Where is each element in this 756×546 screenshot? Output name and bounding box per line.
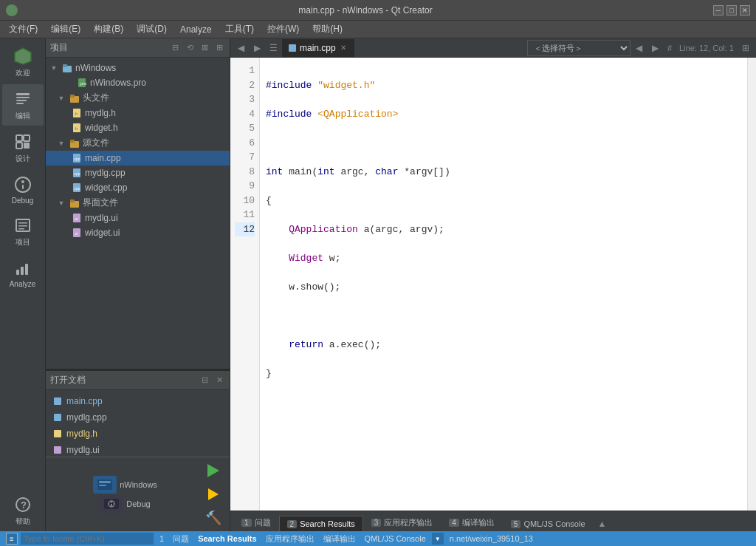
pro-file-icon: .pro xyxy=(76,77,88,89)
openfiles-close-btn[interactable]: ✕ xyxy=(213,375,225,386)
cpp-file-icon xyxy=(52,395,63,407)
bottom-tabs: 1 问题 2 Search Results 3 应用程序输出 4 编译输出 5 … xyxy=(230,511,756,531)
svg-rect-2 xyxy=(16,97,30,98)
bottom-tab-qml[interactable]: 5 QML/JS Console xyxy=(503,516,594,531)
svg-rect-17 xyxy=(21,267,24,275)
minimize-button[interactable]: ─ xyxy=(713,5,724,16)
line-num-2: 2 xyxy=(235,78,255,93)
menu-item-w[interactable]: 控件(W) xyxy=(261,21,305,37)
menu-item-e[interactable]: 编辑(E) xyxy=(45,21,86,37)
tree-item-mydlg-ui[interactable]: .ui mydlg.ui xyxy=(46,211,230,225)
svg-rect-16 xyxy=(16,270,19,275)
design-icon xyxy=(13,132,33,152)
app-output-label: 应用程序输出 xyxy=(263,533,317,545)
nav-back-btn[interactable]: ◀ xyxy=(233,41,248,55)
compile-label: 编译输出 xyxy=(320,533,359,545)
sidebar-item-welcome[interactable]: 欢迎 xyxy=(2,41,44,83)
project-info: nWindows Debug xyxy=(52,476,199,513)
filetree-title: 项目 xyxy=(50,41,68,54)
debug-run-button[interactable] xyxy=(203,484,224,505)
h-file-icon: .h xyxy=(71,107,83,119)
code-line-2: #include <QApplication> xyxy=(266,107,741,122)
tree-item-main-cpp[interactable]: .cpp main.cpp xyxy=(46,151,230,165)
project-label: 项目 xyxy=(16,237,30,248)
folder-icon xyxy=(61,62,73,74)
filetree-collapse-btn[interactable]: ⊠ xyxy=(199,42,210,54)
sidebar-item-project[interactable]: 项目 xyxy=(2,211,44,252)
symbol-back-btn[interactable]: ◀ xyxy=(632,41,647,55)
debug-selector[interactable]: Debug xyxy=(100,495,150,513)
openfile-mydlg-cpp[interactable]: mydlg.cpp xyxy=(46,409,230,426)
svg-rect-40 xyxy=(70,199,75,202)
build-button[interactable]: 🔨 xyxy=(203,508,224,528)
tab-close-btn[interactable]: ✕ xyxy=(339,44,348,52)
filetree-expand-btn[interactable]: ⊞ xyxy=(213,42,225,54)
run-button[interactable] xyxy=(203,460,224,481)
editor-tab-main-cpp[interactable]: main.cpp ✕ xyxy=(282,39,354,57)
menu-item-analyze[interactable]: Analyze xyxy=(174,23,218,36)
openfiles-list: main.cpp mydlg.cpp mydlg.h xyxy=(46,390,230,457)
nav-forward-btn[interactable]: ▶ xyxy=(250,41,264,55)
sidebar-item-help[interactable]: ? 帮助 xyxy=(2,490,44,531)
code-editor[interactable]: 1 2 3 4 5 6 7 8 9 10 11 12 #include "wid… xyxy=(230,58,756,511)
sidebar-item-design[interactable]: 设计 xyxy=(2,127,44,168)
maximize-button[interactable]: □ xyxy=(726,5,737,16)
menu-item-h[interactable]: 帮助(H) xyxy=(306,21,348,37)
window-title: main.cpp - nWindows - Qt Creator xyxy=(18,5,713,16)
tree-item-mydlg-cpp[interactable]: .cpp mydlg.cpp xyxy=(46,165,230,180)
close-button[interactable]: ✕ xyxy=(740,5,750,16)
editor-scrollbar[interactable] xyxy=(747,58,756,511)
tree-item-headers-folder[interactable]: ▼ 头文件 xyxy=(46,90,230,106)
search-input[interactable] xyxy=(21,533,154,545)
openfile-main-cpp[interactable]: main.cpp xyxy=(46,393,230,409)
openfile-label: mydlg.h xyxy=(66,429,97,439)
svg-point-10 xyxy=(21,180,24,183)
filetree-sync-btn[interactable]: ⟲ xyxy=(184,42,196,54)
svg-rect-46 xyxy=(54,414,61,421)
menu-item-t[interactable]: 工具(T) xyxy=(219,21,260,37)
bottom-tab-appout[interactable]: 3 应用程序输出 xyxy=(363,513,441,531)
bottom-tab-compile[interactable]: 4 编译输出 xyxy=(441,513,503,531)
tree-item-ui-folder[interactable]: ▼ 界面文件 xyxy=(46,195,230,211)
output-menu-btn[interactable]: ▼ xyxy=(432,533,444,545)
menu-item-d[interactable]: 调试(D) xyxy=(131,21,173,37)
status-menu-btn[interactable]: ≡ xyxy=(6,533,18,545)
editor-options-btn[interactable]: ⊞ xyxy=(738,41,753,55)
sidebar-item-debug[interactable]: Debug xyxy=(2,170,44,209)
menu-item-f[interactable]: 文件(F) xyxy=(3,21,44,37)
svg-rect-13 xyxy=(18,222,27,224)
tree-item-widget-h[interactable]: .h widget.h xyxy=(46,120,230,135)
sidebar-item-edit[interactable]: 编辑 xyxy=(2,84,44,126)
tree-item-mydlg-h[interactable]: .h mydlg.h xyxy=(46,106,230,120)
symbol-selector[interactable]: ＜选择符号＞ xyxy=(527,40,630,56)
line-col-info: Line: 12, Col: 1 xyxy=(676,44,737,52)
tree-item-widget-cpp[interactable]: .cpp widget.cpp xyxy=(46,180,230,195)
line-num-11: 11 xyxy=(235,208,255,222)
tree-item-widget-ui[interactable]: .ui widget.ui xyxy=(46,225,230,240)
openfiles-split-btn[interactable]: ⊟ xyxy=(199,375,210,386)
bottom-tab-issues[interactable]: 1 问题 xyxy=(233,513,279,531)
tree-item-sources-folder[interactable]: ▼ 源文件 xyxy=(46,135,230,151)
tree-item-pro[interactable]: .pro nWindows.pro xyxy=(46,75,230,90)
sidebar-item-analyze[interactable]: Analyze xyxy=(2,253,44,293)
left-panel: 项目 ⊟ ⟲ ⊠ ⊞ ▼ nWindows xyxy=(46,38,230,531)
openfile-mydlg-h[interactable]: mydlg.h xyxy=(46,426,230,442)
project-selector[interactable]: nWindows xyxy=(93,476,157,494)
code-line-7: Widget w; xyxy=(266,251,741,266)
nav-menu-btn[interactable]: ☰ xyxy=(266,41,281,55)
openfile-mydlg-ui[interactable]: mydlg.ui xyxy=(46,442,230,457)
bottom-tabs-menu[interactable]: ▲ xyxy=(595,516,610,531)
symbol-forward-btn[interactable]: ▶ xyxy=(648,41,663,55)
filetree-filter-btn[interactable]: ⊟ xyxy=(169,42,181,54)
code-content[interactable]: #include "widget.h" #include <QApplicati… xyxy=(260,58,747,511)
folder-icon xyxy=(69,197,80,209)
bottom-tab-search[interactable]: 2 Search Results xyxy=(279,516,363,531)
menu-item-b[interactable]: 构建(B) xyxy=(88,21,129,37)
hash-indicator: # xyxy=(664,44,675,52)
tree-label: mydlg.ui xyxy=(85,213,118,223)
tab-label-compile: 编译输出 xyxy=(462,517,495,528)
line-num-3: 3 xyxy=(235,92,255,107)
debug-run-icon xyxy=(208,488,219,500)
tree-item-root[interactable]: ▼ nWindows xyxy=(46,61,230,75)
app-logo xyxy=(6,4,18,16)
